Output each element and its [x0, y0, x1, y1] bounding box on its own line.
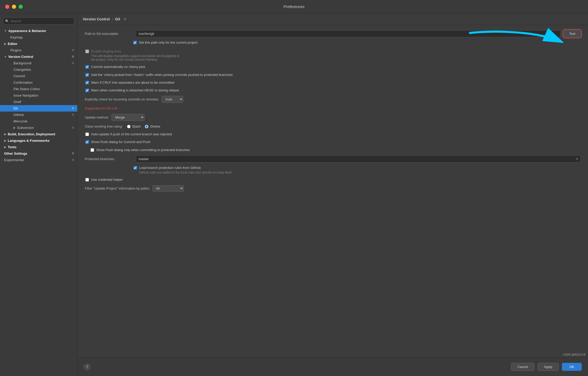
sidebar-item-label: Other Settings — [4, 152, 27, 155]
load-protection-checkbox[interactable] — [133, 166, 137, 170]
sidebar-item-subversion[interactable]: ▶ Subversion ⚙ — [0, 124, 77, 131]
shelve-radio[interactable] — [145, 125, 148, 128]
close-button[interactable] — [5, 5, 9, 9]
show-push-label: Show Push dialog for Commit and Push — [91, 140, 150, 144]
sidebar-item-issue-navigation[interactable]: Issue Navigation — [0, 92, 77, 99]
show-push-checkbox[interactable] — [85, 140, 89, 144]
sidebar-item-other-settings[interactable]: Other Settings ⚙ — [0, 150, 77, 157]
sidebar-item-plugins[interactable]: Plugins ⚙ — [0, 47, 77, 53]
gear-icon: ⚙ — [72, 152, 74, 155]
sidebar-item-build[interactable]: ▶ Build, Execution, Deployment — [0, 131, 77, 137]
filter-row: Filter "Update Project" information by p… — [85, 185, 581, 192]
protected-branches-input-wrapper: ✕ — [136, 155, 581, 162]
current-project-label: Set this path only for the current proje… — [139, 40, 198, 45]
auto-update-row: Auto-update if push of the current branc… — [85, 132, 581, 137]
sidebar-item-label: Plugins — [10, 48, 21, 52]
gear-icon: ⚙ — [72, 55, 74, 58]
help-button[interactable]: ? — [84, 364, 91, 370]
warn-crlf-checkbox[interactable] — [85, 81, 89, 84]
sidebar-item-changelists[interactable]: Changelists — [0, 66, 77, 73]
sidebar-item-label: File Status Colors — [13, 87, 40, 91]
titlebar: Preferences — [0, 0, 588, 13]
stash-option: Stash — [127, 124, 141, 128]
push-protected-checkbox[interactable] — [91, 148, 94, 152]
ok-button[interactable]: OK — [562, 363, 582, 371]
apply-button[interactable]: Apply — [538, 363, 559, 371]
breadcrumb-separator: › — [112, 17, 113, 21]
sidebar-item-shelf[interactable]: Shelf — [0, 99, 77, 105]
warn-detached-checkbox[interactable] — [85, 89, 89, 92]
incoming-label: Explicitly check for incoming commits on… — [85, 97, 159, 101]
settings-icon[interactable]: ⚙ — [124, 17, 126, 21]
breadcrumb-part1: Version Control — [83, 17, 110, 21]
sidebar-item-keymap[interactable]: Keymap — [0, 34, 77, 41]
sidebar: 🔍 ▼ Appearance & Behavior Keymap ▶ Edito… — [0, 13, 78, 376]
sidebar-item-label: Appearance & Behavior — [8, 29, 46, 33]
filter-select[interactable]: All Affected paths — [153, 185, 184, 192]
sidebar-item-git[interactable]: Git ⚙ — [0, 105, 77, 112]
gear-icon: ⚙ — [72, 61, 74, 65]
cherry-pick-suffix-row: Add the 'cherry-picked from <hash>' suff… — [85, 73, 581, 77]
clear-button[interactable]: ✕ — [576, 157, 579, 161]
auto-update-label: Auto-update if push of the current branc… — [91, 132, 172, 137]
auto-update-checkbox[interactable] — [85, 132, 89, 136]
stash-label: Stash — [132, 124, 141, 128]
sidebar-item-mercurial[interactable]: Mercurial — [0, 118, 77, 124]
staging-area-desc: This will disable changelists support an… — [91, 54, 179, 61]
test-button[interactable]: Test — [564, 30, 581, 37]
main-content: 🔍 ▼ Appearance & Behavior Keymap ▶ Edito… — [0, 13, 588, 376]
show-push-protected-row: Show Push dialog only when committing to… — [85, 148, 581, 152]
gear-icon: ⚙ — [72, 158, 74, 162]
shelve-option: Shelve — [145, 124, 160, 128]
sidebar-item-label: Subversion — [17, 126, 34, 130]
cherry-suffix-checkbox[interactable] — [85, 73, 89, 77]
sidebar-item-appearance[interactable]: ▼ Appearance & Behavior — [0, 28, 77, 34]
search-input[interactable] — [3, 18, 74, 25]
incoming-commits-select[interactable]: Auto Always Never — [162, 96, 183, 103]
cancel-button[interactable]: Cancel — [511, 363, 534, 371]
minimize-button[interactable] — [12, 5, 16, 9]
chevron-right-icon: ▶ — [4, 146, 6, 148]
chevron-down-icon: ▼ — [4, 29, 7, 32]
load-protection-desc: GitHub rules are added to the local rule… — [139, 171, 232, 174]
sidebar-item-confirmation[interactable]: Confirmation — [0, 79, 77, 86]
sidebar-item-tools[interactable]: ▶ Tools — [0, 144, 77, 150]
current-project-row: Set this path only for the current proje… — [85, 40, 581, 45]
warn-detached-label: Warn when committing in detached HEAD or… — [91, 88, 179, 93]
clean-tree-label: Clean working tree using: — [85, 124, 123, 128]
cherry-pick-label: Commit automatically on cherry-pick — [91, 65, 145, 69]
path-label: Path to Git executable: — [85, 32, 133, 36]
chevron-down-icon: ▶ — [4, 42, 6, 45]
show-push-row: Show Push dialog for Commit and Push — [85, 140, 581, 144]
sidebar-item-label: Experimental — [4, 158, 24, 162]
sidebar-item-editor[interactable]: ▶ Editor — [0, 41, 77, 47]
sidebar-item-experimental[interactable]: Experimental ⚙ — [0, 157, 77, 163]
sidebar-item-label: Tools — [8, 145, 17, 149]
credential-checkbox[interactable] — [85, 178, 89, 182]
window-title: Preferences — [284, 4, 305, 9]
update-method-select[interactable]: Merge Rebase Branch Default — [111, 114, 145, 121]
protected-branches-input[interactable] — [136, 155, 581, 162]
cherry-pick-row: Commit automatically on cherry-pick — [85, 65, 581, 69]
maximize-button[interactable] — [19, 5, 23, 9]
staging-area-checkbox[interactable] — [85, 50, 89, 53]
chevron-down-icon: ▼ — [4, 55, 7, 58]
watermark: CSDN @吃仔大牛 — [561, 352, 588, 357]
sidebar-item-background[interactable]: Background ⚙ — [0, 60, 77, 66]
traffic-lights — [5, 5, 23, 9]
staging-area-text: Enable staging area This will disable ch… — [91, 49, 179, 61]
clean-tree-row: Clean working tree using: Stash Shelve — [85, 124, 581, 128]
sidebar-item-file-status-colors[interactable]: File Status Colors — [0, 86, 77, 92]
stash-radio[interactable] — [127, 125, 131, 128]
sidebar-item-label: Mercurial — [13, 119, 27, 123]
push-protected-label: Show Push dialog only when committing to… — [96, 148, 190, 152]
sidebar-item-languages[interactable]: ▶ Languages & Frameworks — [0, 137, 77, 144]
current-project-checkbox[interactable] — [133, 41, 137, 44]
git-path-input[interactable] — [136, 30, 561, 37]
sidebar-item-version-control[interactable]: ▼ Version Control ⚙ — [0, 53, 77, 60]
sidebar-item-commit[interactable]: Commit — [0, 73, 77, 79]
path-row: Path to Git executable: Test — [85, 30, 581, 37]
sidebar-item-github[interactable]: GitHub ⚙ — [0, 112, 77, 118]
sidebar-item-label: Shelf — [13, 100, 21, 104]
cherry-pick-checkbox[interactable] — [85, 65, 89, 69]
